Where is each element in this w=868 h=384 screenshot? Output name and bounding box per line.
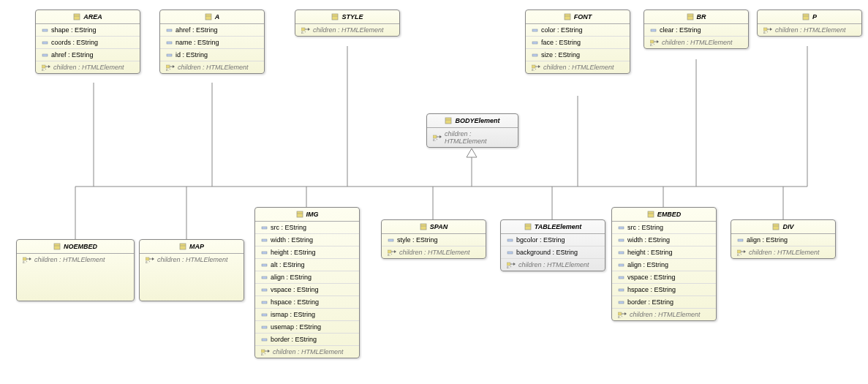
svg-marker-69: [152, 257, 154, 260]
class-header: BR: [644, 10, 748, 24]
class-header: MAP: [140, 240, 244, 254]
class-header: BODYElement: [427, 114, 518, 128]
svg-rect-88: [388, 239, 393, 241]
svg-marker-48: [538, 65, 540, 68]
class-div[interactable]: DIV align : EString 0..*children : HTMLE…: [731, 219, 836, 259]
reference-row: 0..* children : HTMLElement: [427, 128, 518, 147]
svg-marker-35: [173, 65, 175, 68]
svg-rect-82: [262, 339, 267, 341]
reference-row: 0..*children : HTMLElement: [140, 254, 244, 266]
svg-rect-73: [262, 227, 267, 229]
svg-rect-37: [332, 14, 338, 20]
attr-row: width : EString: [255, 234, 359, 246]
reference-row: 0..*children : HTMLElement: [758, 24, 861, 36]
class-noembed[interactable]: NOEMBED 0..*children : HTMLElement: [16, 239, 135, 301]
class-header: TABLEElement: [501, 220, 605, 234]
class-area[interactable]: AREA shape : EString coords : EString ah…: [35, 10, 140, 74]
svg-rect-74: [262, 239, 267, 241]
svg-rect-16: [445, 118, 451, 124]
class-name: BR: [697, 13, 706, 20]
attr-row: border : EString: [612, 296, 716, 309]
reference-row: 0..*children : HTMLElement: [160, 61, 264, 73]
svg-text:0..*: 0..*: [737, 253, 741, 256]
reference-row: 0..*children : HTMLElement: [255, 346, 359, 358]
class-p[interactable]: P 0..*children : HTMLElement: [757, 10, 862, 37]
attr-row: ahref : EString: [36, 49, 140, 61]
attr-row: align : EString: [612, 259, 716, 271]
reference-row: 0..*children : HTMLElement: [644, 37, 748, 48]
svg-rect-29: [205, 14, 211, 20]
ref-label: children : HTMLElement: [445, 130, 512, 145]
svg-rect-79: [262, 301, 267, 304]
svg-rect-75: [262, 252, 267, 254]
svg-marker-64: [29, 257, 31, 260]
svg-rect-107: [619, 301, 624, 304]
svg-marker-27: [48, 65, 50, 68]
svg-marker-54: [657, 40, 659, 43]
attr-row: id : EString: [160, 49, 264, 61]
attr-row: height : EString: [255, 246, 359, 259]
class-br[interactable]: BR clear : EString 0..*children : HTMLEl…: [644, 10, 749, 49]
svg-marker-19: [439, 135, 442, 138]
class-header: P: [758, 10, 861, 24]
svg-rect-33: [167, 54, 172, 56]
class-name: FONT: [574, 13, 592, 20]
svg-rect-105: [619, 276, 624, 279]
svg-rect-31: [167, 29, 172, 31]
class-bodyelement[interactable]: BODYElement 0..* children : HTMLElement: [426, 113, 518, 148]
class-header: EMBED: [612, 208, 716, 222]
svg-rect-80: [262, 314, 267, 316]
svg-text:0..*: 0..*: [433, 138, 437, 141]
class-header: AREA: [36, 10, 140, 24]
svg-rect-56: [803, 14, 809, 20]
attr-row: ahref : EString: [160, 24, 264, 37]
svg-marker-90: [394, 250, 396, 253]
svg-marker-109: [624, 312, 627, 315]
svg-rect-102: [619, 239, 624, 241]
reference-row: 0..*children : HTMLElement: [612, 309, 716, 320]
class-embed[interactable]: EMBED src : EString width : EString heig…: [611, 207, 717, 321]
attr-row: vspace : EString: [255, 284, 359, 296]
attr-row: src : EString: [255, 222, 359, 234]
class-font[interactable]: FONT color : EString face : EString size…: [525, 10, 630, 74]
attr-row: shape : EString: [36, 24, 140, 37]
reference-row: 0..*children : HTMLElement: [526, 61, 630, 73]
svg-text:0..*: 0..*: [23, 260, 27, 263]
attr-row: border : EString: [255, 334, 359, 346]
class-map[interactable]: MAP 0..*children : HTMLElement: [139, 239, 244, 301]
class-name: A: [215, 13, 220, 20]
svg-marker-40: [308, 28, 310, 31]
attr-row: name : EString: [160, 37, 264, 49]
svg-rect-99: [648, 211, 654, 217]
svg-rect-106: [619, 289, 624, 291]
svg-rect-77: [262, 276, 267, 279]
class-span[interactable]: SPAN style : EString 0..*children : HTML…: [381, 219, 486, 259]
svg-rect-76: [262, 264, 267, 266]
class-header: NOEMBED: [17, 240, 134, 254]
svg-text:0..*: 0..*: [166, 68, 170, 71]
svg-text:0..*: 0..*: [507, 266, 511, 268]
class-name: SPAN: [430, 223, 448, 230]
class-header: FONT: [526, 10, 630, 24]
attr-row: usemap : EString: [255, 321, 359, 334]
svg-text:0..*: 0..*: [301, 31, 306, 34]
class-name: EMBED: [657, 211, 682, 218]
svg-text:0..*: 0..*: [763, 31, 768, 34]
class-name: IMG: [306, 211, 319, 218]
reference-row: 0..*children : HTMLElement: [501, 259, 605, 271]
class-style[interactable]: STYLE 0..*children : HTMLElement: [295, 10, 400, 37]
class-tableelement[interactable]: TABLEElement bgcolor : EString backgroun…: [500, 219, 605, 271]
svg-rect-24: [42, 42, 48, 44]
class-img[interactable]: IMG src : EString width : EString height…: [254, 207, 360, 358]
svg-rect-103: [619, 252, 624, 254]
svg-text:0..*: 0..*: [261, 353, 265, 355]
svg-rect-66: [180, 244, 186, 249]
attr-row: size : EString: [526, 49, 630, 61]
svg-rect-71: [297, 211, 303, 217]
attr-row: hspace : EString: [612, 284, 716, 296]
class-name: TABLEElement: [535, 223, 581, 230]
class-a[interactable]: A ahref : EString name : EString id : ES…: [159, 10, 265, 74]
svg-rect-94: [507, 239, 513, 241]
attr-row: coords : EString: [36, 37, 140, 49]
svg-rect-52: [651, 29, 656, 31]
